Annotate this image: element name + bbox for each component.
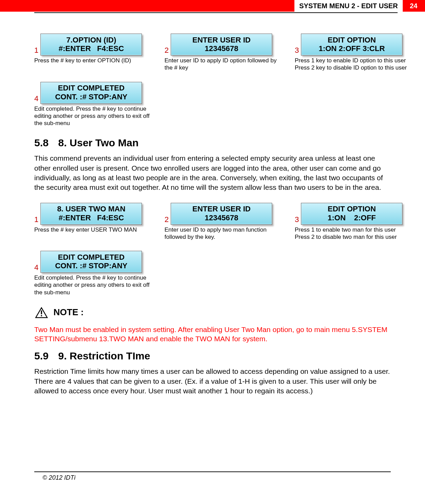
content: 1 7.OPTION (ID) #:ENTER F4:ESC Press the…: [0, 13, 425, 396]
note-label: NOTE :: [53, 307, 84, 318]
step-number: 1: [34, 47, 38, 54]
step-caption: Edit completed. Press the # key to conti…: [34, 105, 151, 127]
lcd-line: EDIT COMPLETED: [44, 84, 139, 92]
page: SYSTEM MENU 2 - EDIT USER 24 1 7.OPTION …: [0, 0, 425, 495]
step-caption: Enter user ID to apply two man function …: [165, 226, 281, 241]
step-row: 4 EDIT COMPLETED CONT. :# STOP:ANY Edit …: [34, 251, 391, 296]
lcd-screen: 8. USER TWO MAN #:ENTER F4:ESC: [40, 203, 142, 225]
lcd-line: #:ENTER F4:ESC: [44, 44, 139, 53]
lcd-line: EDIT COMPLETED: [44, 253, 139, 261]
header-title: SYSTEM MENU 2 - EDIT USER: [294, 0, 404, 12]
lcd-screen: ENTER USER ID 12345678: [171, 203, 272, 225]
step-caption: Press the # key enter USER TWO MAN: [34, 226, 151, 233]
step-4: 4 EDIT COMPLETED CONT. :# STOP:ANY Edit …: [34, 82, 151, 127]
lcd-screen: EDIT COMPLETED CONT. :# STOP:ANY: [40, 82, 142, 104]
step-number: 4: [34, 264, 38, 271]
svg-rect-3: [41, 315, 42, 316]
step-4b: 4 EDIT COMPLETED CONT. :# STOP:ANY Edit …: [34, 251, 151, 296]
step-row: 1 8. USER TWO MAN #:ENTER F4:ESC Press t…: [34, 203, 391, 241]
lcd-line: 8. USER TWO MAN: [44, 205, 139, 213]
step-number: 4: [34, 95, 38, 102]
step-3b: 3 EDIT OPTION 1:ON 2:OFF Press 1 to enab…: [295, 203, 411, 241]
section-number: 5.8: [34, 137, 49, 148]
header-page-number: 24: [404, 0, 425, 12]
lcd-screen: EDIT OPTION 1:ON 2:OFF 3:CLR: [301, 34, 402, 56]
lcd-line: CONT. :# STOP:ANY: [44, 261, 139, 270]
lcd-line: EDIT OPTION: [304, 36, 399, 44]
lcd-line: 7.OPTION (ID): [44, 36, 139, 44]
note-row: NOTE :: [34, 306, 391, 319]
lcd-screen: 7.OPTION (ID) #:ENTER F4:ESC: [40, 34, 142, 56]
section-title: 9. Restriction TIme: [58, 350, 150, 361]
step-2b: 2 ENTER USER ID 12345678 Enter user ID t…: [165, 203, 281, 241]
section-body-58: This commend prevents an individual user…: [34, 153, 391, 192]
lcd-line: #:ENTER F4:ESC: [44, 213, 139, 222]
step-2: 2 ENTER USER ID 12345678 Enter user ID t…: [165, 34, 281, 72]
step-1b: 1 8. USER TWO MAN #:ENTER F4:ESC Press t…: [34, 203, 151, 233]
step-number: 2: [165, 216, 169, 223]
step-caption: Press the # key to enter OPTION (ID): [34, 57, 151, 64]
lcd-screen: EDIT OPTION 1:ON 2:OFF: [301, 203, 402, 225]
lcd-line: ENTER USER ID: [174, 205, 269, 213]
header-bar: SYSTEM MENU 2 - EDIT USER 24: [0, 0, 425, 12]
step-caption: Enter user ID to apply ID option followe…: [165, 57, 281, 72]
lcd-line: 1:ON 2:OFF 3:CLR: [304, 44, 399, 53]
footer-rule: [34, 471, 391, 472]
section-heading-58: 5.88. User Two Man: [34, 137, 391, 149]
lcd-line: 12345678: [174, 44, 269, 53]
step-caption: Edit completed. Press the # key to conti…: [34, 274, 151, 296]
step-3: 3 EDIT OPTION 1:ON 2:OFF 3:CLR Press 1 k…: [295, 34, 411, 72]
step-number: 1: [34, 216, 38, 223]
lcd-line: CONT. :# STOP:ANY: [44, 93, 139, 101]
lcd-line: EDIT OPTION: [304, 205, 399, 213]
step-caption: Press 1 to enable two man for this user …: [295, 226, 411, 241]
lcd-line: 12345678: [174, 213, 269, 222]
lcd-screen: EDIT COMPLETED CONT. :# STOP:ANY: [40, 251, 142, 273]
section-title: 8. User Two Man: [58, 137, 139, 148]
lcd-line: ENTER USER ID: [174, 36, 269, 44]
step-row: 4 EDIT COMPLETED CONT. :# STOP:ANY Edit …: [34, 82, 391, 127]
footer-copyright: © 2012 IDTi: [34, 474, 391, 481]
footer: © 2012 IDTi: [0, 471, 425, 481]
step-caption: Press 1 key to enable ID option to this …: [295, 57, 411, 72]
step-number: 2: [165, 47, 169, 54]
svg-rect-2: [41, 310, 42, 314]
section-body-59: Restriction Time limits how many times a…: [34, 367, 391, 396]
section-number: 5.9: [34, 350, 49, 361]
step-row: 1 7.OPTION (ID) #:ENTER F4:ESC Press the…: [34, 34, 391, 72]
lcd-line: 1:ON 2:OFF: [304, 213, 399, 222]
step-1: 1 7.OPTION (ID) #:ENTER F4:ESC Press the…: [34, 34, 151, 64]
step-number: 3: [295, 216, 299, 223]
step-number: 3: [295, 47, 299, 54]
warning-icon: [34, 306, 49, 319]
lcd-screen: ENTER USER ID 12345678: [171, 34, 272, 56]
note-text: Two Man must be enabled in system settin…: [34, 325, 391, 344]
section-heading-59: 5.99. Restriction TIme: [34, 350, 391, 362]
